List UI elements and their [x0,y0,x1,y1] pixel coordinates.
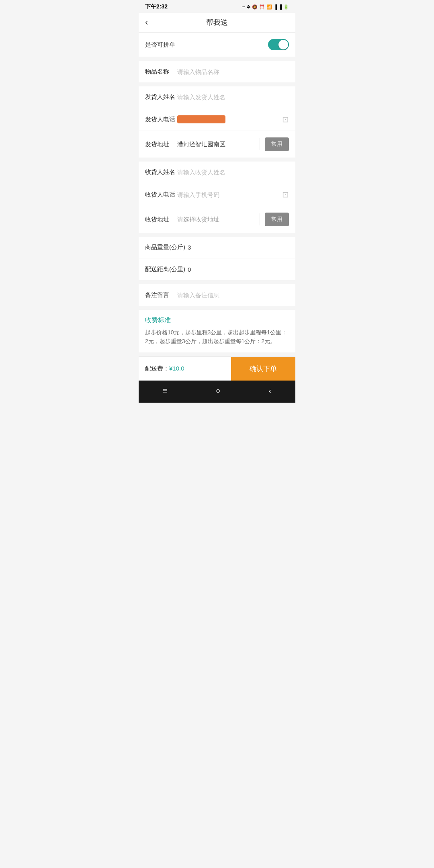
delivery-fee-label: 配送费： [145,365,169,372]
bottom-bar: 配送费：¥10.0 确认下单 [139,356,295,381]
sender-name-label: 发货人姓名 [145,93,177,101]
row-remarks: 备注留言 [139,284,295,306]
nav-menu-icon[interactable]: ≡ [163,386,168,395]
receiver-name-input[interactable] [177,169,289,176]
signal2-icon: ▐ [278,4,282,9]
toggle-knob [278,40,288,49]
status-time: 下午2:32 [145,3,168,10]
joinable-toggle-container [268,39,289,50]
joinable-toggle[interactable] [268,39,289,50]
section-receiver: 收货人姓名 收货人电话 ⊡ 收货地址 请选择收货地址 常用 [139,162,295,233]
section-joinable: 是否可拼单 [139,33,295,57]
mute-icon: 🔕 [252,4,258,10]
back-button[interactable]: ‹ [145,17,148,28]
delivery-fee-amount: ¥10.0 [169,365,184,372]
receiver-contact-book-icon[interactable]: ⊡ [282,190,289,199]
pricing-section: 收费标准 起步价格10元，起步里程3公里，超出起步里程每1公里：2元，起步重量3… [139,310,295,352]
sender-address-common-btn[interactable]: 常用 [265,137,289,151]
remarks-input[interactable] [177,292,289,299]
signal-dots-icon: ··· [242,4,245,9]
row-sender-address: 发货地址 漕河泾智汇园南区 常用 [139,131,295,158]
row-item-name: 物品名称 [139,61,295,82]
nav-bar: ≡ ○ ‹ [139,381,295,403]
receiver-address-common-btn[interactable]: 常用 [265,213,289,226]
section-remarks: 备注留言 [139,284,295,306]
row-receiver-phone: 收货人电话 ⊡ [139,183,295,206]
sender-address-content: 漕河泾智汇园南区 [177,141,255,148]
weight-label: 商品重量(公斤) [145,244,185,251]
page-title: 帮我送 [206,18,228,27]
item-name-label: 物品名称 [145,68,177,76]
remarks-label: 备注留言 [145,291,177,299]
row-sender-phone: 发货人电话 ⊡ [139,108,295,131]
section-item-name: 物品名称 [139,61,295,82]
header: ‹ 帮我送 [139,13,295,33]
receiver-phone-label: 收货人电话 [145,191,177,199]
sender-name-input[interactable] [177,94,289,100]
battery-icon: 🔋 [283,4,289,10]
sender-phone-label: 发货人电话 [145,116,177,123]
section-sender: 发货人姓名 发货人电话 ⊡ 发货地址 漕河泾智汇园南区 常用 [139,86,295,158]
confirm-order-button[interactable]: 确认下单 [231,357,295,381]
status-bar: 下午2:32 ··· ✲ 🔕 ⏰ 📶 ▐ ▐ 🔋 [139,0,295,13]
sender-address-value: 漕河泾智汇园南区 [177,141,255,148]
distance-label: 配送距离(公里) [145,266,185,273]
status-icons: ··· ✲ 🔕 ⏰ 📶 ▐ ▐ 🔋 [242,4,289,10]
row-joinable: 是否可拼单 [139,33,295,57]
receiver-phone-input[interactable] [177,191,279,198]
signal1-icon: ▐ [274,4,277,9]
row-sender-name: 发货人姓名 [139,86,295,108]
content: 是否可拼单 物品名称 发货人姓名 发货人电话 ⊡ [139,33,295,381]
row-receiver-address: 收货地址 请选择收货地址 常用 [139,206,295,233]
sender-address-label: 发货地址 [145,141,177,148]
item-name-input[interactable] [177,68,289,75]
pricing-description: 起步价格10元，起步里程3公里，超出起步里程每1公里：2元，起步重量3公斤，超出… [145,328,289,346]
distance-value: 0 [188,266,191,273]
bluetooth-icon: ✲ [247,4,250,10]
pricing-title: 收费标准 [145,316,289,325]
row-distance: 配送距离(公里) 0 [139,258,295,280]
nav-back-icon[interactable]: ‹ [268,386,271,395]
sender-phone-blurred [177,115,225,123]
wifi-icon: 📶 [266,4,272,10]
weight-value: 3 [188,244,191,251]
delivery-fee-container: 配送费：¥10.0 [139,358,231,379]
receiver-address-content: 请选择收货地址 [177,216,255,223]
contact-book-icon[interactable]: ⊡ [282,115,289,124]
nav-home-icon[interactable]: ○ [215,386,220,395]
section-weight-distance: 商品重量(公斤) 3 配送距离(公里) 0 [139,237,295,280]
alarm-icon: ⏰ [259,4,265,10]
receiver-address-value: 请选择收货地址 [177,216,255,223]
receiver-name-label: 收货人姓名 [145,168,177,176]
divider2 [260,213,260,225]
joinable-label: 是否可拼单 [145,41,177,49]
divider [260,138,260,150]
receiver-address-label: 收货地址 [145,216,177,223]
row-receiver-name: 收货人姓名 [139,162,295,183]
row-weight: 商品重量(公斤) 3 [139,237,295,258]
